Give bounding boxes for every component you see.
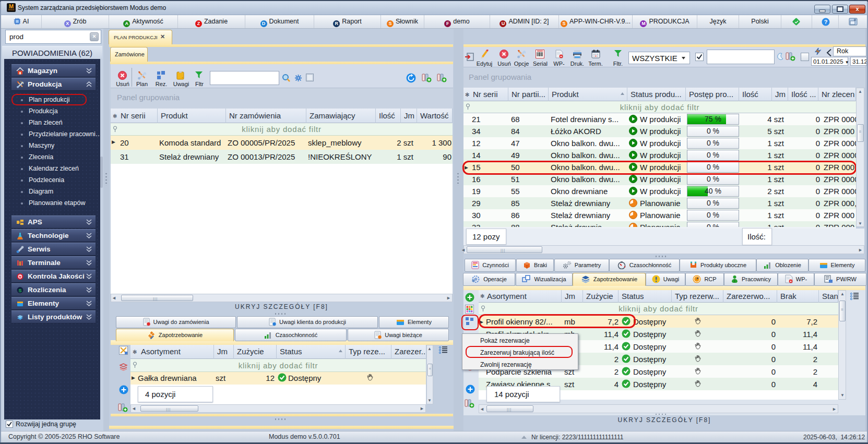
svg-text:?: ? (824, 19, 828, 25)
svg-text:S: S (18, 288, 21, 293)
